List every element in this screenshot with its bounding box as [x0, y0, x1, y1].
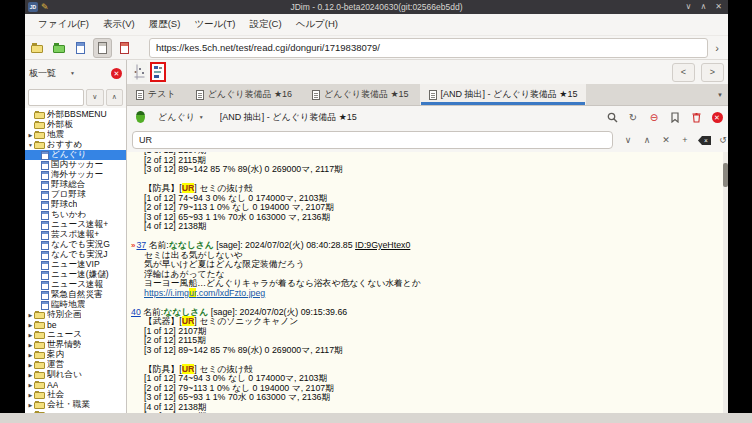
sidebar-item-AA[interactable]: ▶AA — [25, 380, 126, 390]
view-toggle-buttons — [27, 38, 137, 58]
search-highlight: UR — [182, 316, 195, 326]
tree-expander-icon[interactable]: ▶ — [27, 382, 34, 388]
thread-view-button[interactable] — [93, 38, 112, 58]
menu-history[interactable]: 履歴(S) — [142, 15, 188, 34]
menu-view[interactable]: 表示(V) — [96, 15, 142, 34]
tree-expander-icon[interactable]: ▶ — [27, 362, 34, 368]
favorites-button[interactable] — [49, 38, 68, 58]
find-prev-icon[interactable]: ∧ — [640, 133, 654, 147]
stop-icon[interactable]: ⊖ — [648, 111, 660, 123]
filter-down-button[interactable]: ∨ — [86, 89, 104, 106]
scrollbar-track[interactable] — [723, 152, 728, 413]
board-filter-input[interactable] — [28, 89, 84, 106]
clear-input-icon[interactable]: × — [697, 133, 711, 147]
url-link[interactable]: https://i.img — [144, 288, 189, 298]
scatter-thumbnail-icon — [132, 62, 147, 82]
sidebar-header: 板一覧 ▼ ✕ — [25, 60, 126, 86]
tree-expander-icon[interactable]: ▶ — [27, 322, 34, 328]
search-icon[interactable] — [606, 111, 618, 123]
window-close-button[interactable]: ✕ — [715, 0, 722, 14]
menu-help[interactable]: ヘルプ(H) — [289, 15, 345, 34]
window-title: JDim - 0.12.0-beta20240630(git:02566eb5d… — [25, 2, 728, 12]
title-bar: JD ✎ JDim - 0.12.0-beta20240630(git:0256… — [25, 0, 728, 14]
post-body-line: [3 of 12] 65~93 1 1% 70水 0 163000 マ, 213… — [127, 393, 728, 403]
post-body-line: [5 of 12] 2132期 — [127, 412, 728, 413]
post-text: [4 of 12] 2138期 — [144, 221, 207, 231]
menu-tools[interactable]: ツール(T) — [187, 15, 242, 34]
post-number-link[interactable]: 37 — [136, 240, 146, 250]
url-dropdown-button[interactable]: › — [708, 38, 726, 58]
doc-icon — [41, 151, 49, 160]
tree-expander-icon[interactable]: ▶ — [27, 352, 34, 358]
tree-expander-icon[interactable]: ▶ — [27, 342, 34, 348]
post-text: [3 of 12] 89~142 85 7% 89(水) 0 269000マ, … — [144, 164, 343, 174]
chevron-down-icon[interactable]: ▼ — [70, 70, 75, 76]
tab-1[interactable]: どんぐり装備品 ★16 — [187, 84, 301, 105]
doc-icon — [41, 171, 49, 180]
tab-list-dropdown-button[interactable]: ▼ — [712, 84, 728, 105]
close-search-icon[interactable]: ↺ — [716, 133, 730, 147]
window-shade-button[interactable]: ∨ — [686, 0, 692, 14]
folder-icon — [34, 132, 45, 139]
prev-tab-button[interactable]: < — [672, 63, 695, 82]
document-icon — [312, 90, 320, 100]
filter-up-button[interactable]: ∧ — [106, 89, 124, 106]
find-next-icon[interactable]: ∨ — [621, 133, 635, 147]
next-tab-button[interactable]: > — [701, 63, 724, 82]
tree-expander-icon[interactable]: ▶ — [27, 312, 34, 318]
board-view-button[interactable] — [71, 38, 90, 58]
tree-expander-icon[interactable]: ▼ — [27, 142, 34, 148]
menu-settings[interactable]: 設定(C) — [242, 15, 288, 34]
sidebar-close-button[interactable]: ✕ — [111, 68, 122, 79]
menu-bar: ファイル(F)表示(V)履歴(S)ツール(T)設定(C)ヘルプ(H) — [25, 14, 728, 36]
window-maximize-button[interactable]: ∧ — [700, 0, 706, 14]
close-thread-icon[interactable]: ✕ — [711, 111, 723, 123]
thread-view: [1 of 12] 2107期[2 of 12] 2115期[3 of 12] … — [127, 152, 728, 413]
tab-0[interactable]: テスト — [127, 84, 185, 105]
url-link[interactable]: .com/lxdFzto.jpeg — [196, 288, 265, 298]
tabs: テストどんぐり装備品 ★16どんぐり装備品 ★15[AND 抽出] - どんぐり… — [127, 84, 588, 105]
sidebar-item-会社・職業[interactable]: ▶会社・職業 — [25, 400, 126, 410]
sidebar-item-案内[interactable]: ▶案内 — [25, 350, 126, 360]
tree-expander-icon[interactable]: ▶ — [27, 402, 34, 408]
bookmark-icon[interactable] — [669, 111, 681, 123]
doc-icon — [41, 161, 49, 170]
tab-label: テスト — [148, 88, 176, 101]
main-toolbar: › — [25, 36, 728, 60]
tree-expander-icon[interactable]: ▶ — [27, 392, 34, 398]
sidebar-item-label: 会社・職業 — [47, 399, 90, 411]
desktop-background: JD ✎ JDim - 0.12.0-beta20240630(git:0256… — [0, 0, 752, 423]
chevron-down-icon: ▼ — [199, 114, 204, 120]
svg-text:×: × — [704, 136, 708, 143]
tree-expander-icon[interactable]: ▶ — [27, 132, 34, 138]
post-number-link[interactable]: 40 — [131, 307, 141, 317]
delete-log-icon[interactable] — [690, 111, 702, 123]
url-input[interactable] — [149, 38, 708, 58]
clear-highlight-icon[interactable]: ✕ — [659, 133, 673, 147]
reload-icon[interactable]: ↻ — [627, 111, 639, 123]
tab-toolbar: < > — [127, 60, 728, 84]
post-text: ] セミの抜け殻 — [194, 183, 253, 193]
bbslist-button[interactable] — [27, 38, 46, 58]
post-search-input[interactable] — [132, 131, 613, 149]
board-dropdown-button[interactable]: どんぐり ▼ — [154, 109, 208, 126]
poster-id-link[interactable]: ID:9GyeHtex0 — [355, 240, 410, 250]
sidebar-item-外部BBSMENU[interactable]: 外部BBSMENU — [25, 110, 126, 120]
post-text: [2 of 12] 79~113 1 0% なし 0 194000 マ, 210… — [144, 383, 334, 393]
tree-expander-icon[interactable]: ▶ — [27, 412, 34, 413]
tab-3[interactable]: [AND 抽出] - どんぐり装備品 ★15 — [420, 84, 587, 105]
sidebar-item-外部板[interactable]: 外部板 — [25, 120, 126, 130]
menu-file[interactable]: ファイル(F) — [31, 15, 96, 34]
tab-2[interactable]: どんぐり装備品 ★15 — [303, 84, 417, 105]
sidebar-item-世界情勢[interactable]: ▶世界情勢 — [25, 340, 126, 350]
document-icon — [429, 90, 437, 100]
sidebar-item-馴れ合い[interactable]: ▶馴れ合い — [25, 370, 126, 380]
tree-expander-icon[interactable]: ▶ — [27, 372, 34, 378]
sidebar-item-特別企画[interactable]: ▶特別企画 — [25, 310, 126, 320]
image-view-button[interactable] — [115, 38, 134, 58]
post-text: 【防具】[ — [144, 364, 182, 374]
scrollbar-thumb[interactable] — [723, 163, 728, 187]
extract-add-icon[interactable]: + — [678, 133, 692, 147]
own-post-arrow-icon: » — [131, 241, 135, 250]
tree-expander-icon[interactable]: ▶ — [27, 332, 34, 338]
